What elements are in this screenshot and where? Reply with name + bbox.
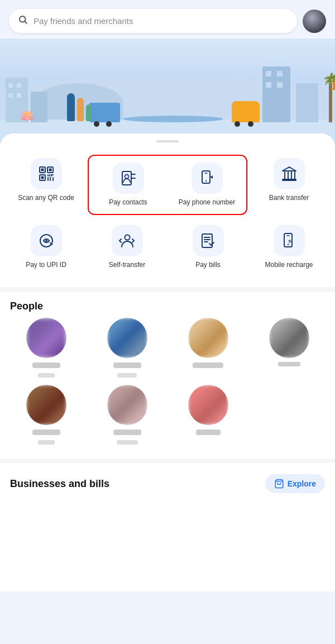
person-avatar xyxy=(26,385,66,425)
bank-icon xyxy=(281,165,298,182)
person-name xyxy=(196,430,221,435)
avatar[interactable] xyxy=(303,9,326,33)
person-avatar xyxy=(107,385,147,425)
highlight-box: Pay contacts Pay phone number xyxy=(88,155,247,215)
upi-icon-wrap xyxy=(31,225,62,256)
svg-rect-6 xyxy=(49,169,51,171)
action-bank-transfer[interactable]: Bank transfer xyxy=(248,151,329,218)
person-name-2 xyxy=(117,373,137,378)
qr-icon xyxy=(38,165,55,182)
cart xyxy=(89,103,120,122)
businesses-header: Businesses and bills Explore xyxy=(10,474,325,493)
people-section-header: People xyxy=(0,296,335,318)
person-avatar xyxy=(26,318,66,358)
self-transfer-label: Self-transfer xyxy=(109,261,145,270)
auto-rickshaw xyxy=(232,101,260,122)
person-avatar xyxy=(269,318,309,358)
mobile-recharge-label: Mobile recharge xyxy=(265,261,313,270)
self-transfer-icon xyxy=(119,232,136,249)
pay-phone-label: Pay phone number xyxy=(179,198,235,207)
person-item[interactable] xyxy=(171,385,245,445)
svg-rect-5 xyxy=(41,169,44,171)
water xyxy=(123,116,223,122)
pay-bills-icon-wrap xyxy=(193,225,224,256)
pay-contacts-icon-wrap xyxy=(113,163,144,194)
person-name-2 xyxy=(117,440,138,445)
action-self-transfer[interactable]: Self-transfer xyxy=(87,218,168,276)
businesses-section: Businesses and bills Explore xyxy=(0,468,335,500)
svg-point-16 xyxy=(125,175,128,179)
person-item[interactable] xyxy=(9,318,83,378)
bills-icon xyxy=(200,232,217,249)
person-avatar xyxy=(188,385,228,425)
person-item-empty xyxy=(252,385,326,445)
svg-point-32 xyxy=(45,240,47,242)
person-item[interactable] xyxy=(9,385,83,445)
scan-qr-label: Scan any QR code xyxy=(18,194,74,203)
pay-contacts-label: Pay contacts xyxy=(109,198,147,207)
person-name xyxy=(32,362,60,368)
people-figures xyxy=(67,93,92,121)
person-avatar xyxy=(188,318,228,358)
businesses-title: Businesses and bills xyxy=(10,478,109,490)
explore-button[interactable]: Explore xyxy=(265,474,325,493)
upi-icon xyxy=(38,232,55,249)
actions-row2: Pay to UPI ID Self-transfer xyxy=(0,218,335,283)
self-transfer-icon-wrap xyxy=(112,225,143,256)
svg-point-33 xyxy=(125,235,130,240)
svg-rect-7 xyxy=(41,176,44,179)
svg-point-21 xyxy=(205,180,206,182)
person-item[interactable] xyxy=(90,385,164,445)
person-item[interactable] xyxy=(171,318,245,378)
action-pay-upi[interactable]: Pay to UPI ID xyxy=(6,218,87,276)
person-name xyxy=(113,430,141,435)
shopping-bag-icon xyxy=(274,479,284,489)
search-bar[interactable]: Pay friends and merchants xyxy=(9,9,297,33)
explore-label: Explore xyxy=(288,479,316,488)
action-mobile-recharge[interactable]: Mobile recharge xyxy=(248,218,329,276)
mobile-recharge-icon-wrap xyxy=(274,225,305,256)
main-card: Scan any QR code Pay contacts xyxy=(0,133,335,591)
svg-point-40 xyxy=(287,244,288,245)
lotus-icon: 🪷 xyxy=(20,109,35,123)
divider-2 xyxy=(0,459,335,463)
svg-line-1 xyxy=(25,21,26,23)
banner-illustration: 🪷 xyxy=(0,39,335,145)
palm-tree xyxy=(329,83,332,122)
svg-marker-23 xyxy=(283,167,296,171)
person-name xyxy=(32,430,60,435)
person-item[interactable] xyxy=(90,318,164,378)
action-pay-contacts[interactable]: Pay contacts xyxy=(89,156,168,214)
pay-bills-label: Pay bills xyxy=(195,261,221,270)
pay-contacts-icon xyxy=(120,170,137,187)
pay-phone-icon-wrap xyxy=(192,163,223,194)
building-right-1 xyxy=(262,66,290,122)
divider-1 xyxy=(0,287,335,292)
scan-qr-icon-wrap xyxy=(31,158,62,189)
header: Pay friends and merchants xyxy=(0,0,335,39)
bank-transfer-label: Bank transfer xyxy=(269,194,309,203)
people-section-title: People xyxy=(10,300,43,312)
building-right-2 xyxy=(296,83,318,122)
person-name xyxy=(193,362,223,368)
pay-phone-icon xyxy=(199,170,216,187)
person-item[interactable] xyxy=(252,318,326,378)
person-avatar xyxy=(107,318,147,358)
pay-upi-label: Pay to UPI ID xyxy=(26,261,66,270)
search-placeholder-text: Pay friends and merchants xyxy=(34,16,133,26)
action-scan-qr[interactable]: Scan any QR code xyxy=(6,151,87,218)
action-pay-phone[interactable]: Pay phone number xyxy=(168,156,246,214)
bank-icon-wrap xyxy=(274,158,305,189)
people-grid xyxy=(0,318,335,454)
person-name-2 xyxy=(38,440,55,445)
person-name-2 xyxy=(38,373,55,378)
search-icon xyxy=(18,15,28,27)
action-pay-bills[interactable]: Pay bills xyxy=(168,218,248,276)
person-name xyxy=(113,362,141,368)
mobile-recharge-icon xyxy=(281,232,298,249)
person-name xyxy=(278,362,300,366)
drag-handle xyxy=(156,140,179,142)
